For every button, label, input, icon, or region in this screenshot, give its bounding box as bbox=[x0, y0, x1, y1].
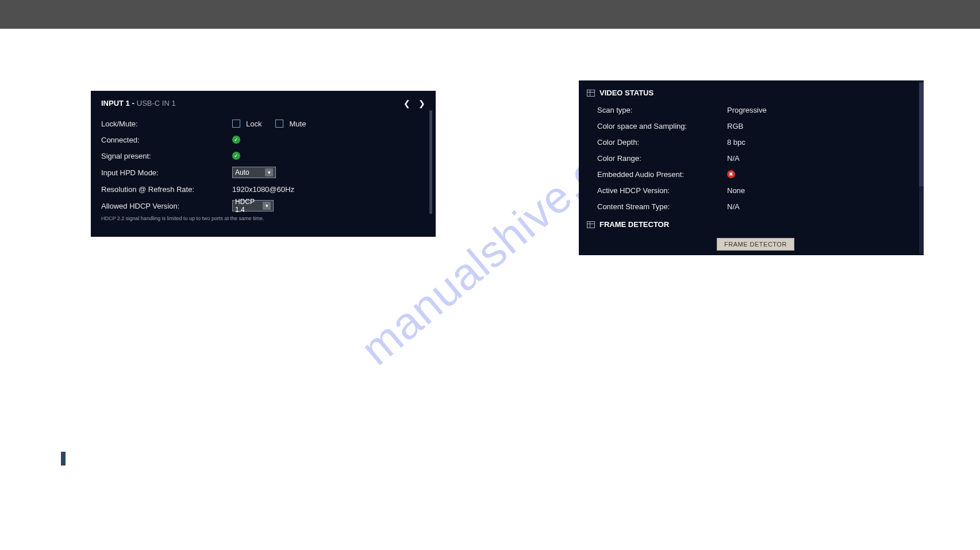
resolution-row: Resolution @ Refresh Rate: 1920x1080@60H… bbox=[91, 181, 436, 197]
resolution-label: Resolution @ Refresh Rate: bbox=[101, 185, 232, 194]
hdcp-version-select[interactable]: HDCP 1.4 ▾ bbox=[232, 200, 274, 211]
scrollbar-thumb[interactable] bbox=[919, 83, 924, 186]
next-input-button[interactable]: ❯ bbox=[418, 99, 425, 107]
scan-row: Scan type: Progressive bbox=[587, 102, 916, 118]
panel-title: INPUT 1 - bbox=[101, 99, 134, 107]
grid-icon bbox=[587, 221, 595, 228]
colorrange-row: Color Range: N/A bbox=[587, 150, 916, 166]
active-hdcp-label: Active HDCP Version: bbox=[597, 186, 727, 195]
frame-detector-title: FRAME DETECTOR bbox=[599, 220, 669, 229]
resolution-value: 1920x1080@60Hz bbox=[232, 185, 294, 194]
connected-label: Connected: bbox=[101, 136, 232, 144]
scan-value: Progressive bbox=[727, 106, 767, 114]
scan-label: Scan type: bbox=[597, 106, 727, 114]
frame-detector-row: FRAME DETECTOR bbox=[717, 233, 916, 251]
frame-detector-button[interactable]: FRAME DETECTOR bbox=[717, 238, 794, 251]
colorrange-value: N/A bbox=[727, 154, 740, 163]
connected-row: Connected: ✓ bbox=[91, 132, 436, 148]
embedded-audio-row: Embedded Audio Present: ✖ bbox=[587, 166, 916, 182]
scrollbar[interactable] bbox=[429, 110, 432, 214]
hdcp-row: Allowed HDCP Version: HDCP 1.4 ▾ bbox=[91, 197, 436, 214]
panel-nav: ❮ ❯ bbox=[403, 99, 425, 107]
page-marker bbox=[61, 452, 66, 466]
lock-mute-row: Lock/Mute: Lock Mute bbox=[91, 116, 436, 132]
video-status-header: VIDEO STATUS bbox=[587, 85, 916, 102]
signal-row: Signal present: ✓ bbox=[91, 148, 436, 164]
active-hdcp-row: Active HDCP Version: None bbox=[587, 182, 916, 198]
hpd-label: Input HPD Mode: bbox=[101, 168, 232, 177]
lock-checkbox-label: Lock bbox=[246, 120, 262, 128]
content-stream-row: Content Stream Type: N/A bbox=[587, 198, 916, 214]
connected-status-icon: ✓ bbox=[232, 136, 240, 144]
colorspace-label: Color space and Sampling: bbox=[597, 122, 727, 130]
input-panel: INPUT 1 - USB-C IN 1 ❮ ❯ Lock/Mute: Lock… bbox=[91, 91, 436, 237]
hdcp-version-value: HDCP 1.4 bbox=[235, 198, 260, 214]
hpd-mode-value: Auto bbox=[235, 168, 263, 176]
hpd-row: Input HPD Mode: Auto ▾ bbox=[91, 164, 436, 181]
content-stream-label: Content Stream Type: bbox=[597, 202, 727, 211]
scrollbar-thumb[interactable] bbox=[429, 110, 432, 214]
signal-label: Signal present: bbox=[101, 152, 232, 160]
colordepth-value: 8 bpc bbox=[727, 138, 745, 147]
frame-detector-header: FRAME DETECTOR bbox=[587, 214, 916, 233]
lock-mute-label: Lock/Mute: bbox=[101, 120, 232, 128]
panel-title-row: INPUT 1 - USB-C IN 1 ❮ ❯ bbox=[91, 99, 436, 113]
panel-subtitle: USB-C IN 1 bbox=[137, 99, 176, 107]
grid-icon bbox=[587, 90, 595, 97]
colordepth-label: Color Depth: bbox=[597, 138, 727, 147]
mute-checkbox-label: Mute bbox=[289, 120, 306, 128]
active-hdcp-value: None bbox=[727, 186, 745, 195]
video-status-panel: VIDEO STATUS Scan type: Progressive Colo… bbox=[579, 80, 924, 255]
chevron-down-icon: ▾ bbox=[263, 202, 271, 210]
content-stream-value: N/A bbox=[727, 202, 740, 211]
chevron-down-icon: ▾ bbox=[265, 168, 273, 176]
video-status-title: VIDEO STATUS bbox=[599, 89, 654, 97]
top-bar bbox=[0, 0, 980, 29]
mute-checkbox[interactable] bbox=[275, 120, 283, 128]
embedded-audio-status-icon: ✖ bbox=[727, 170, 735, 178]
hdcp-label: Allowed HDCP Version: bbox=[101, 202, 232, 210]
hpd-mode-select[interactable]: Auto ▾ bbox=[232, 167, 276, 178]
signal-status-icon: ✓ bbox=[232, 152, 240, 160]
colorspace-row: Color space and Sampling: RGB bbox=[587, 118, 916, 134]
colordepth-row: Color Depth: 8 bpc bbox=[587, 134, 916, 150]
hdcp-footnote: HDCP 2.2 signal handling is limited to u… bbox=[91, 214, 436, 221]
prev-input-button[interactable]: ❮ bbox=[403, 99, 410, 107]
colorspace-value: RGB bbox=[727, 122, 743, 130]
colorrange-label: Color Range: bbox=[597, 154, 727, 163]
scrollbar[interactable] bbox=[919, 82, 924, 254]
embedded-audio-label: Embedded Audio Present: bbox=[597, 170, 727, 179]
lock-checkbox[interactable] bbox=[232, 120, 240, 128]
